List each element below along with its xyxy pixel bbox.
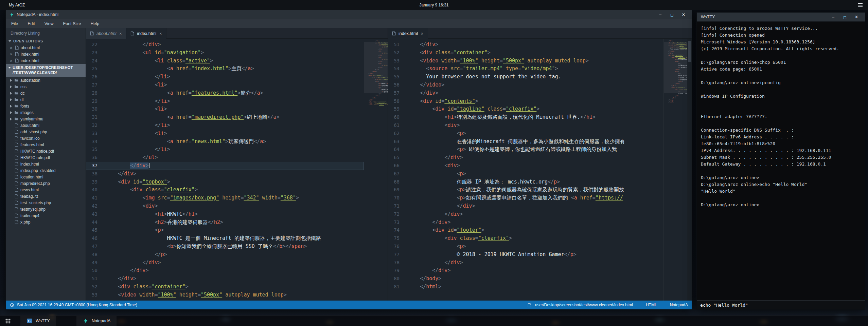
code-line[interactable]: 29 </li>: [86, 97, 364, 106]
code-line[interactable]: 51 </div>: [388, 41, 663, 49]
code-line[interactable]: 79 </div>: [388, 267, 663, 275]
code-line[interactable]: 57 </div>: [388, 89, 663, 97]
code-line[interactable]: 53 <video width="100%" height="500px" au…: [388, 57, 663, 65]
file-item[interactable]: location.html: [6, 174, 86, 180]
code-line[interactable]: 46 HKWTC 是一個 Minecraft 的建築伺服器，主要建築計劃包括鐵路: [86, 234, 364, 243]
code-line[interactable]: 50 </div>: [86, 267, 364, 275]
start-button[interactable]: [0, 316, 16, 326]
code-line[interactable]: 81 </html>: [388, 283, 663, 291]
code-line[interactable]: 61 <div>: [388, 121, 663, 130]
file-item[interactable]: HKWTC rule.pdf: [6, 154, 86, 161]
file-item[interactable]: teabag.7z: [6, 193, 86, 199]
code-line[interactable]: 62 <p>: [388, 130, 663, 138]
code-line[interactable]: 67 <p>: [388, 170, 663, 178]
minimize-button[interactable]: −: [655, 11, 666, 18]
code-line[interactable]: 47 <b>你知道我們全線伺服器已轉用 SSD 了嗎？</b></span>: [86, 243, 364, 251]
minimap-left[interactable]: </div> <ul id="navigation"> <li class="a…: [364, 39, 388, 301]
scrollbar-thumb[interactable]: [688, 41, 691, 62]
code-line[interactable]: 59 <div id="tagline" class="clearfix">: [388, 105, 663, 113]
code-line[interactable]: 77 © 2018 - 2019 HKWTC Animation Gamer</…: [388, 251, 663, 259]
close-button[interactable]: ×: [678, 11, 689, 18]
maximize-button[interactable]: □: [840, 13, 850, 21]
code-line[interactable]: 48 </p>: [86, 251, 364, 259]
code-line[interactable]: 68 伺服器 IP 地址為： mcs.hkwtc.org</p>: [388, 178, 663, 186]
code-line[interactable]: 23 <ul id="navigation">: [86, 49, 364, 57]
code-line[interactable]: 74 <div id="footer">: [388, 226, 663, 234]
file-item[interactable]: index.php_disabled: [6, 167, 86, 174]
close-icon[interactable]: ×: [9, 52, 13, 57]
code-line[interactable]: 49 </div>: [86, 259, 364, 267]
file-item[interactable]: x.php: [6, 219, 86, 225]
code-line[interactable]: 51 </div>: [86, 275, 364, 283]
taskbar-item-notepada[interactable]: NotepadA: [76, 316, 117, 326]
code-line[interactable]: 41 <img src="images/box.png" height="342…: [86, 194, 364, 202]
code-line[interactable]: 56 </video>: [388, 81, 663, 89]
code-line[interactable]: 71 </div>: [388, 202, 663, 210]
tab-about.html[interactable]: about.html×: [86, 28, 126, 39]
code-line[interactable]: 27 <li>: [86, 81, 364, 89]
code-line[interactable]: 63 在香港的Minecraft 伺服器中，多為小遊戲和純生存的伺服器，較少擁有: [388, 138, 663, 146]
open-editor-item[interactable]: ×index.html: [6, 51, 86, 57]
code-line[interactable]: 31 <a href="mapredirect.php">網上地圖</a>: [86, 113, 364, 121]
file-item[interactable]: mapredirect.php: [6, 180, 86, 187]
open-editor-item[interactable]: ×about.html: [6, 44, 86, 51]
notepada-titlebar[interactable]: NotepadA - index.html − □ ×: [6, 10, 692, 19]
open-editors-header[interactable]: OPEN EDITORS: [6, 38, 86, 44]
folder-item[interactable]: images: [6, 109, 86, 116]
menu-view[interactable]: View: [45, 21, 54, 26]
file-item[interactable]: HKWTC notice.pdf: [6, 148, 86, 154]
code-line[interactable]: 58 <div id="contents">: [388, 97, 663, 106]
menu-edit[interactable]: Edit: [28, 21, 35, 26]
close-button[interactable]: ×: [851, 13, 862, 21]
workspace-root[interactable]: USER:/DESKTOP/SCREENSHOT /TEST/WWW CLEAN…: [6, 64, 86, 77]
hamburger-menu-icon[interactable]: [858, 3, 863, 7]
code-line[interactable]: 55 Your browser does not support the vid…: [388, 73, 663, 81]
code-line[interactable]: 76 <p>: [388, 243, 663, 251]
file-item[interactable]: about.html: [6, 122, 86, 129]
code-line[interactable]: 43 <h1>HKWTC</h1>: [86, 210, 364, 218]
code-line[interactable]: 65 </div>: [388, 154, 663, 162]
code-line[interactable]: 44 <h2>香港的建築伺服器</h2>: [86, 218, 364, 227]
file-item[interactable]: testmysql.php: [6, 206, 86, 212]
code-line[interactable]: 35 </li>: [86, 146, 364, 154]
code-line[interactable]: 73 </div>: [388, 218, 663, 227]
code-line[interactable]: 75 <div class="clearfix">: [388, 234, 663, 243]
code-line[interactable]: 45 <p>: [86, 226, 364, 234]
folder-item[interactable]: yamlyamlmu: [6, 116, 86, 122]
code-line[interactable]: 80 </body>: [388, 275, 663, 283]
code-line[interactable]: 34 <a href="news.html">玩家傳送門</a>: [86, 138, 364, 146]
file-item[interactable]: features.html: [6, 141, 86, 148]
terminal-output[interactable]: [info] Conencting to arozos WsTTY servic…: [697, 22, 865, 300]
file-item[interactable]: add_vhost.php: [6, 129, 86, 135]
file-item[interactable]: test_sockets.php: [6, 199, 86, 206]
menu-help[interactable]: Help: [90, 21, 99, 26]
code-line[interactable]: 32 </li>: [86, 121, 364, 130]
code-line[interactable]: 60 <h1>特別為建築及鐵路而設，現代化的 Minecraft 世界.</h1…: [388, 113, 663, 121]
code-line[interactable]: 70 <p>如有問題或需要申請白名單，歡迎加入我們的 <a href="http…: [388, 194, 663, 202]
code-line[interactable]: 72 </div>: [388, 210, 663, 218]
close-icon[interactable]: ×: [159, 31, 162, 36]
close-icon[interactable]: ×: [420, 31, 424, 36]
code-line[interactable]: 54 <source src="trailer.mp4" type="video…: [388, 65, 663, 73]
code-line[interactable]: 36 </ul>: [86, 154, 364, 162]
close-icon[interactable]: ×: [119, 31, 122, 36]
code-line[interactable]: 52 <div class="container">: [86, 283, 364, 291]
menu-file[interactable]: File: [11, 21, 18, 26]
code-line[interactable]: 26 </li>: [86, 73, 364, 81]
minimap-right[interactable]: </div> <div class="container"> <video wi…: [663, 39, 687, 301]
vertical-scrollbar[interactable]: [687, 39, 692, 301]
code-line[interactable]: 42 <div>: [86, 202, 364, 210]
code-line[interactable]: 69 <p>請注意，我們的伺服器為確保玩家及遊玩時的質素，我們對的服務開放: [388, 186, 663, 194]
file-item[interactable]: news.html: [6, 187, 86, 193]
code-line[interactable]: 30 <li>: [86, 105, 364, 113]
code-line[interactable]: 66 <div>: [388, 162, 663, 170]
code-line[interactable]: 28 <a href="features.html">簡介</a>: [86, 89, 364, 97]
minimize-button[interactable]: −: [828, 13, 838, 21]
tab-index.html[interactable]: index.html×: [388, 28, 428, 39]
code-line[interactable]: 53 <video width="100%" height="500px" au…: [86, 291, 364, 299]
code-line[interactable]: 24 <li class="active">: [86, 57, 364, 65]
code-line[interactable]: 78 </div>: [388, 259, 663, 267]
maximize-button[interactable]: □: [667, 11, 677, 18]
code-line[interactable]: 25 <a href="index.html">主頁</a>: [86, 65, 364, 73]
menu-font-size[interactable]: Font Size: [63, 21, 81, 26]
